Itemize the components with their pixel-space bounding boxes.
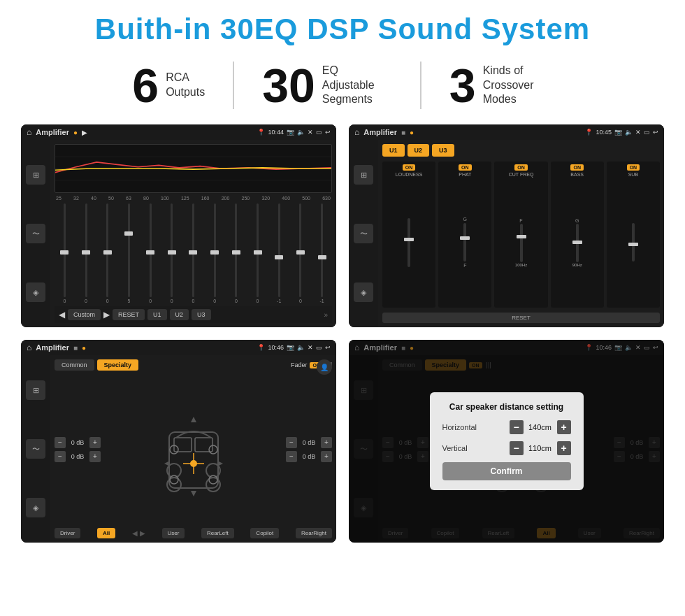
pin-icon: 📍 <box>257 129 265 136</box>
eq-next-btn[interactable]: ▶ <box>103 310 110 320</box>
horizontal-plus-btn[interactable]: + <box>557 420 571 434</box>
eq-u3-btn[interactable]: U3 <box>192 309 211 320</box>
svg-rect-5 <box>195 438 212 452</box>
cross-vol-icon: 🔈 <box>625 129 633 136</box>
eq-sidebar-btn-1[interactable]: ⊞ <box>26 165 45 185</box>
fader-specialty-tab[interactable]: Specialty <box>97 359 139 371</box>
fader-dot: ■ <box>73 344 78 352</box>
stat-crossover-label: Kinds ofCrossover Modes <box>483 64 553 107</box>
svg-marker-17 <box>191 417 196 422</box>
fader-right-controls: − 0 dB + − 0 dB + <box>286 375 332 524</box>
fader-all-btn[interactable]: All <box>97 528 115 538</box>
cutfreq-label: CUT FREQ <box>509 172 534 177</box>
eq-chart <box>55 144 332 193</box>
home-icon[interactable]: ⌂ <box>27 127 31 137</box>
fader-body: − 0 dB + − 0 dB + <box>55 375 332 524</box>
phat-on-badge: ON <box>459 164 472 171</box>
fader-minus-0[interactable]: − <box>55 437 66 448</box>
fader-plus-0[interactable]: + <box>89 437 101 448</box>
eq-freq-labels: 2532405063 80100125160200 25032040050063… <box>55 196 332 201</box>
eq-sidebar-btn-2[interactable]: 〜 <box>26 224 45 243</box>
fader-center-diagram <box>105 375 282 524</box>
car-diagram <box>159 404 229 495</box>
cross-camera-icon: 📷 <box>614 129 622 136</box>
horizontal-minus-btn[interactable]: − <box>510 420 524 434</box>
fader-minus-3[interactable]: − <box>286 451 297 462</box>
fader-db-val-0: 0 dB <box>68 439 87 446</box>
eq-prev-btn[interactable]: ◀ <box>59 310 65 320</box>
eq-sidebar-btn-3[interactable]: ◈ <box>26 282 45 302</box>
fader-db-val-1: 0 dB <box>68 453 87 460</box>
cross-left-sidebar: ⊞ 〜 ◈ <box>349 140 378 327</box>
back-icon[interactable]: ↩ <box>325 129 331 136</box>
vertical-plus-btn[interactable]: + <box>557 441 571 455</box>
cross-u2-btn[interactable]: U2 <box>408 144 430 157</box>
eq-slider-2: 0 <box>97 203 117 303</box>
eq-slider-5: 0 <box>161 203 182 303</box>
fader-rearleft-btn[interactable]: RearLeft <box>201 528 234 538</box>
fader-plus-3[interactable]: + <box>321 451 332 462</box>
cross-sidebar-btn-1[interactable]: ⊞ <box>354 165 373 185</box>
dialog-horizontal-row: Horizontal − 140cm + <box>442 420 571 434</box>
page-title: Buith-in 30EQ DSP Sound System <box>0 0 685 53</box>
cross-reset-btn[interactable]: RESET <box>382 313 660 323</box>
dialog-horizontal-label: Horizontal <box>442 423 491 431</box>
fader-minus-1[interactable]: − <box>55 451 66 462</box>
cross-cutfreq: ON CUT FREQ F 100Hz <box>494 162 547 308</box>
fader-db-val-3: 0 dB <box>299 453 319 460</box>
dialog-vertical-row: Vertical − 110cm + <box>442 441 571 455</box>
expand-icon[interactable]: » <box>324 311 328 319</box>
svg-marker-20 <box>217 461 223 466</box>
stat-eq-number: 30 <box>262 62 315 109</box>
fader-topbar-icons: 📍 10:46 📷 🔈 ✕ ▭ ↩ <box>257 344 331 351</box>
fader-common-tab[interactable]: Common <box>55 359 94 371</box>
dialog-title: Car speaker distance setting <box>442 402 571 412</box>
fader-driver-btn[interactable]: Driver <box>55 528 80 538</box>
fader-rearright-btn[interactable]: RearRight <box>296 528 332 538</box>
loudness-on-badge: ON <box>403 164 416 171</box>
cross-back-icon[interactable]: ↩ <box>653 129 658 136</box>
cross-main-area: U1 U2 U3 ON LOUDNESS <box>378 140 664 327</box>
fader-label-text: Fader <box>291 361 308 368</box>
speaker-distance-dialog: Car speaker distance setting Horizontal … <box>430 392 584 490</box>
eq-u2-btn[interactable]: U2 <box>170 309 189 320</box>
eq-slider-9: 0 <box>247 203 268 303</box>
dialog-horizontal-control: − 140cm + <box>510 420 571 434</box>
fader-user-btn[interactable]: User <box>162 528 185 538</box>
fader-home-icon[interactable]: ⌂ <box>27 343 31 352</box>
vertical-value: 110cm <box>526 444 554 452</box>
fader-copilot-btn[interactable]: Copilot <box>250 528 279 538</box>
fader-plus-1[interactable]: + <box>89 451 101 462</box>
cross-sidebar-btn-2[interactable]: 〜 <box>354 224 373 243</box>
fader-back-icon[interactable]: ↩ <box>325 344 331 351</box>
vertical-minus-btn[interactable]: − <box>510 441 524 455</box>
phat-label: PHAT <box>459 172 471 177</box>
cross-u3-btn[interactable]: U3 <box>432 144 454 157</box>
cross-u1-btn[interactable]: U1 <box>382 144 405 157</box>
cross-loudness: ON LOUDNESS <box>382 162 435 308</box>
cross-home-icon[interactable]: ⌂ <box>354 127 359 137</box>
fader-minus-2[interactable]: − <box>286 437 297 448</box>
fader-sidebar-btn-3[interactable]: ◈ <box>26 498 45 517</box>
eq-sliders-area: 0 0 0 5 0 <box>55 203 332 303</box>
confirm-button[interactable]: Confirm <box>442 462 571 480</box>
eq-slider-4: 0 <box>140 203 161 303</box>
stats-row: 6 RCAOutputs 30 EQ AdjustableSegments 3 … <box>0 53 685 117</box>
fader-sidebar-btn-1[interactable]: ⊞ <box>26 380 45 400</box>
eq-reset-btn[interactable]: RESET <box>113 309 145 320</box>
eq-slider-12: -1 <box>312 203 332 303</box>
eq-u1-btn[interactable]: U1 <box>147 309 167 320</box>
eq-custom-btn[interactable]: Custom <box>68 309 101 320</box>
cross-rect-icon: ▭ <box>644 129 650 136</box>
cross-sidebar-btn-3[interactable]: ◈ <box>354 282 373 302</box>
fader-plus-2[interactable]: + <box>321 437 332 448</box>
fader-vol-icon: 🔈 <box>297 344 305 351</box>
fader-sidebar-btn-2[interactable]: 〜 <box>26 439 45 459</box>
fader-pin-icon: 📍 <box>257 344 265 351</box>
bass-on-badge: ON <box>570 164 584 171</box>
fader-person-icon: 👤 <box>317 359 332 375</box>
eq-slider-10: -1 <box>269 203 289 303</box>
fader-topbar: ⌂ Amplifier ■ ● 📍 10:46 📷 🔈 ✕ ▭ ↩ <box>21 340 336 355</box>
sub-label: SUB <box>628 172 638 177</box>
fader-rect-icon: ▭ <box>316 344 322 351</box>
